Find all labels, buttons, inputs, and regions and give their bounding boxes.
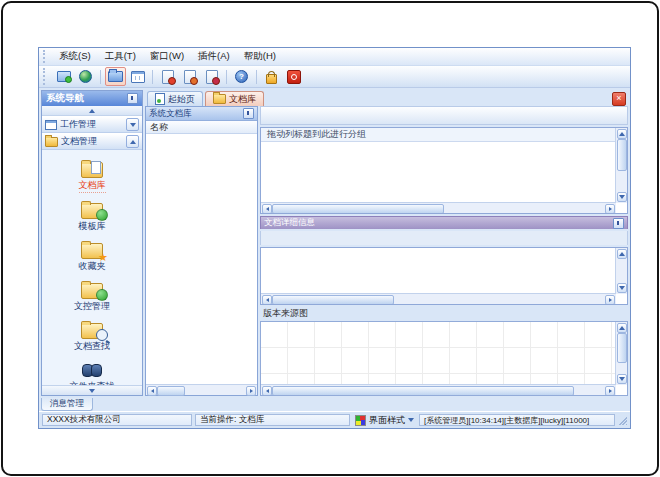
badge-icon xyxy=(96,329,108,341)
sidebar-item-文档库[interactable]: 文档库 xyxy=(47,157,137,193)
sidebar-collapse-strip[interactable] xyxy=(42,106,142,116)
version-grid xyxy=(260,247,628,305)
sidebar-item-label: 文档查找 xyxy=(74,340,110,353)
menu-bar: 系统(S)工具(T)窗口(W)插件(A)帮助(H) xyxy=(39,48,630,66)
sidebar-group-文档管理[interactable]: 文档管理 xyxy=(42,133,142,150)
sidebar-item-文控管理[interactable]: 文控管理 xyxy=(47,278,137,313)
sidebar-item-label: 文控管理 xyxy=(74,300,110,313)
tab-message-management[interactable]: 消息管理 xyxy=(41,398,93,411)
sidebar-item-label: 文档库 xyxy=(79,179,106,193)
grid-icon xyxy=(45,120,57,130)
badge-icon: ★ xyxy=(98,252,108,262)
scroll-up-icon[interactable] xyxy=(617,323,627,333)
scroll-thumb[interactable] xyxy=(617,139,627,171)
version-graph-canvas[interactable] xyxy=(261,322,616,385)
sidebar-item-收藏夹[interactable]: ★收藏夹 xyxy=(47,238,137,273)
folder-window-button[interactable] xyxy=(105,67,126,86)
tab-起始页[interactable]: 起始页 xyxy=(147,91,203,106)
globe-button[interactable] xyxy=(75,67,96,86)
schedule-icon xyxy=(131,71,145,83)
scroll-right-icon[interactable] xyxy=(605,386,615,396)
toolbar-buttons xyxy=(53,67,304,86)
pin-icon[interactable] xyxy=(243,108,254,119)
menu-item[interactable]: 插件(A) xyxy=(191,48,237,65)
menu-item[interactable]: 帮助(H) xyxy=(237,48,283,65)
ui-style-label: 界面样式 xyxy=(369,414,405,427)
sidebar-group-工作管理[interactable]: 工作管理 xyxy=(42,116,142,133)
scroll-thumb[interactable] xyxy=(157,386,185,396)
scroll-up-icon[interactable] xyxy=(617,129,627,139)
scroll-thumb[interactable] xyxy=(272,386,574,396)
grid-vscrollbar[interactable] xyxy=(615,128,627,203)
doc-import-button[interactable] xyxy=(201,67,222,86)
sidebar-item-文档查找[interactable]: 文档查找 xyxy=(47,318,137,353)
chevron-button[interactable] xyxy=(126,118,139,131)
grid-vscrollbar[interactable] xyxy=(615,248,627,294)
scroll-left-icon[interactable] xyxy=(262,386,272,396)
graph-hscrollbar[interactable] xyxy=(261,384,616,395)
scroll-down-icon[interactable] xyxy=(617,283,627,293)
sidebar-body: 工作管理文档管理文档库模板库★收藏夹文控管理文档查找文件夹查找✓签出的文档 xyxy=(42,116,142,385)
chevron-up-icon xyxy=(130,140,136,144)
sidebar-item-模板库[interactable]: 模板库 xyxy=(47,198,137,233)
chevron-button[interactable] xyxy=(126,135,139,148)
menu-item[interactable]: 窗口(W) xyxy=(143,48,191,65)
display-button[interactable] xyxy=(53,67,74,86)
chevron-down-icon xyxy=(130,123,136,127)
folder-search-icon xyxy=(80,321,104,338)
pin-icon[interactable] xyxy=(127,93,138,104)
chevron-down-icon xyxy=(89,389,95,393)
scroll-left-icon[interactable] xyxy=(147,386,157,396)
doc-export-button[interactable] xyxy=(179,67,200,86)
doc-import-icon xyxy=(206,70,218,84)
power-button[interactable] xyxy=(283,67,304,86)
version-graph-label: 版本来源图 xyxy=(260,307,628,319)
document-grid-rows xyxy=(261,142,627,202)
help-button[interactable] xyxy=(231,67,252,86)
scroll-down-icon[interactable] xyxy=(617,374,627,384)
folder-icon xyxy=(45,137,58,147)
close-icon[interactable] xyxy=(612,92,626,106)
resize-grip[interactable] xyxy=(618,416,627,425)
globe-icon xyxy=(79,70,92,83)
lock-button[interactable] xyxy=(261,67,282,86)
help-icon xyxy=(235,70,248,83)
scroll-left-icon[interactable] xyxy=(262,295,272,305)
scroll-left-icon[interactable] xyxy=(262,204,272,214)
sidebar-item-文件夹查找[interactable]: 文件夹查找 xyxy=(47,358,137,385)
folder-template-icon xyxy=(80,201,104,218)
graph-vscrollbar[interactable] xyxy=(615,322,627,385)
tree-column-header[interactable]: 名称 xyxy=(146,121,257,134)
scroll-right-icon[interactable] xyxy=(605,204,615,214)
doc-close-button[interactable] xyxy=(157,67,178,86)
toolbar-grip[interactable] xyxy=(43,68,50,85)
scroll-thumb[interactable] xyxy=(617,333,627,363)
folder-control-icon xyxy=(80,281,104,298)
grid-hscrollbar[interactable] xyxy=(261,202,616,213)
scroll-down-icon[interactable] xyxy=(617,192,627,202)
sidebar-expand-strip[interactable] xyxy=(42,385,142,395)
scroll-thumb[interactable] xyxy=(272,295,394,305)
doc-close-icon xyxy=(162,70,174,84)
app-window: 系统(S)工具(T)窗口(W)插件(A)帮助(H) 系统导航 工作管理文档管理文… xyxy=(38,47,631,429)
menu-item[interactable]: 工具(T) xyxy=(98,48,143,65)
scroll-right-icon[interactable] xyxy=(246,386,256,396)
tree-hscrollbar[interactable] xyxy=(146,384,257,395)
folder-shape xyxy=(81,162,103,178)
sidebar-group-label: 文档管理 xyxy=(61,135,123,148)
ui-style-selector[interactable]: 界面样式 xyxy=(353,414,416,427)
page-icon xyxy=(155,93,165,105)
tab-文档库[interactable]: 文档库 xyxy=(205,91,264,106)
pin-icon[interactable] xyxy=(613,218,624,229)
schedule-button[interactable] xyxy=(127,67,148,86)
menu-grip[interactable] xyxy=(43,50,50,63)
menu-item[interactable]: 系统(S) xyxy=(52,48,98,65)
scroll-thumb[interactable] xyxy=(272,204,444,214)
scroll-up-icon[interactable] xyxy=(617,249,627,259)
sidebar-item-label: 模板库 xyxy=(79,220,106,233)
grid-hscrollbar[interactable] xyxy=(261,293,616,304)
scroll-right-icon[interactable] xyxy=(605,295,615,305)
version-graph-box xyxy=(260,321,628,396)
group-by-hint[interactable]: 拖动列标题到此进行分组 xyxy=(261,128,616,142)
folder-star-icon: ★ xyxy=(80,241,104,258)
